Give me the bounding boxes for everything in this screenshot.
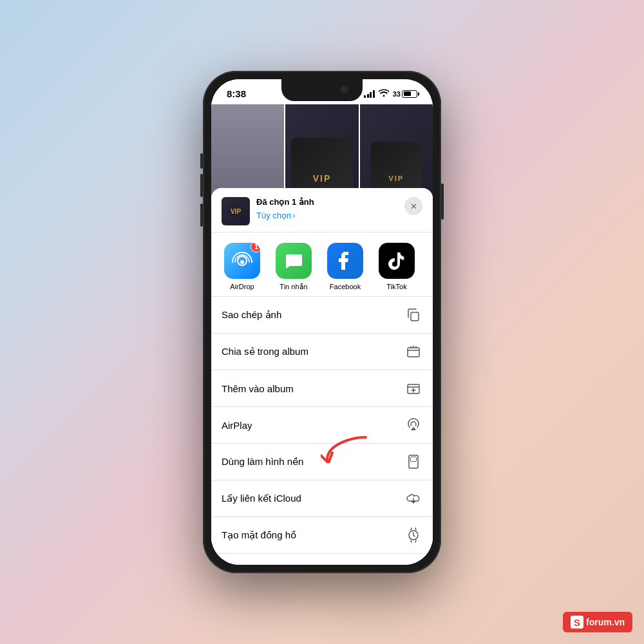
notch bbox=[281, 79, 363, 101]
icloud-link-label: Lấy liên kết iCloud bbox=[222, 493, 301, 504]
copy-icon bbox=[404, 306, 422, 324]
messages-icon bbox=[276, 243, 312, 279]
airdrop-badge: 1 bbox=[251, 243, 260, 252]
volume-up-button[interactable] bbox=[200, 174, 203, 197]
airdrop-icon: 1 bbox=[224, 243, 260, 279]
battery-icon bbox=[402, 90, 417, 98]
facebook-label: Facebook bbox=[330, 283, 361, 290]
sheet-header-info: Đã chọn 1 ảnh Tùy chọn › bbox=[256, 197, 398, 221]
svg-rect-3 bbox=[408, 348, 419, 357]
main-content: VIP ✓ VIP bbox=[211, 104, 433, 565]
copy-image-label: Sao chép ảnh bbox=[222, 309, 281, 321]
sforum-badge: S forum.vn bbox=[563, 612, 632, 632]
sheet-header: VIP Đã chọn 1 ảnh Tùy chọn › ✕ bbox=[211, 188, 433, 232]
tiktok-label: TikTok bbox=[386, 283, 406, 290]
airplay-icon bbox=[404, 416, 422, 434]
messages-label: Tin nhắn bbox=[279, 283, 307, 291]
close-icon: ✕ bbox=[410, 202, 417, 211]
action-add-album[interactable]: Thêm vào album bbox=[211, 370, 433, 407]
action-copy-image[interactable]: Sao chép ảnh bbox=[211, 297, 433, 334]
share-album-label: Chia sẻ trong album bbox=[222, 346, 308, 357]
sforum-s-logo: S bbox=[571, 616, 583, 629]
app-share-row: 1 AirDrop Tin nhắn bbox=[211, 232, 433, 297]
sheet-title: Đã chọn 1 ảnh bbox=[256, 197, 398, 207]
svg-rect-2 bbox=[411, 312, 419, 321]
phone-frame: 8:38 33 bbox=[203, 71, 441, 573]
battery-level: 33 bbox=[393, 90, 401, 98]
app-item-facebook[interactable]: Facebook bbox=[319, 243, 371, 291]
share-sheet: VIP Đã chọn 1 ảnh Tùy chọn › ✕ bbox=[211, 188, 433, 565]
arrow-annotation bbox=[321, 431, 372, 463]
facebook-icon bbox=[327, 243, 363, 279]
svg-point-1 bbox=[240, 260, 244, 264]
sheet-thumbnail: VIP bbox=[222, 197, 250, 225]
wallpaper-label: Dùng làm hình nền bbox=[222, 456, 303, 468]
sforum-text: forum.vn bbox=[586, 617, 625, 627]
action-list: Sao chép ảnh Chia sẻ trong album bbox=[211, 297, 433, 565]
status-icons: 33 bbox=[364, 89, 417, 99]
folder-icon bbox=[404, 563, 422, 565]
options-button[interactable]: Tùy chọn › bbox=[256, 211, 296, 220]
airplay-label: AirPlay bbox=[222, 420, 252, 431]
chevron-right-icon: › bbox=[292, 211, 295, 220]
watch-face-label: Tạo mặt đồng hồ bbox=[222, 529, 296, 541]
add-album-label: Thêm vào album bbox=[222, 383, 294, 394]
icloud-icon bbox=[404, 489, 422, 507]
wallpaper-icon bbox=[404, 453, 422, 471]
app-item-airdrop[interactable]: 1 AirDrop bbox=[216, 243, 268, 291]
airdrop-label: AirDrop bbox=[230, 283, 254, 290]
status-time: 8:38 bbox=[227, 88, 246, 99]
phone-screen: 8:38 33 bbox=[211, 79, 433, 565]
power-button[interactable] bbox=[441, 184, 444, 220]
app-item-messages[interactable]: Tin nhắn bbox=[268, 243, 319, 291]
status-bar: 8:38 33 bbox=[211, 79, 433, 104]
action-watch-face[interactable]: Tạo mặt đồng hồ bbox=[211, 517, 433, 554]
silent-switch[interactable] bbox=[200, 153, 203, 169]
sheet-close-button[interactable]: ✕ bbox=[404, 197, 422, 215]
action-share-album[interactable]: Chia sẻ trong album bbox=[211, 334, 433, 370]
add-album-icon bbox=[404, 379, 422, 397]
share-album-icon bbox=[404, 343, 422, 361]
app-item-tiktok[interactable]: TikTok bbox=[371, 243, 422, 291]
action-wallpaper[interactable]: Dùng làm hình nền bbox=[211, 444, 433, 480]
svg-rect-6 bbox=[411, 457, 417, 462]
action-icloud-link[interactable]: Lấy liên kết iCloud bbox=[211, 480, 433, 517]
camera-notch bbox=[341, 86, 348, 93]
volume-down-button[interactable] bbox=[200, 204, 203, 227]
tiktok-icon bbox=[379, 243, 415, 279]
wifi-icon bbox=[379, 89, 389, 99]
battery-indicator: 33 bbox=[393, 90, 417, 98]
signal-icon bbox=[364, 90, 375, 98]
watch-icon bbox=[404, 526, 422, 544]
action-save-files[interactable]: Lưu vào Tệp bbox=[211, 554, 433, 565]
